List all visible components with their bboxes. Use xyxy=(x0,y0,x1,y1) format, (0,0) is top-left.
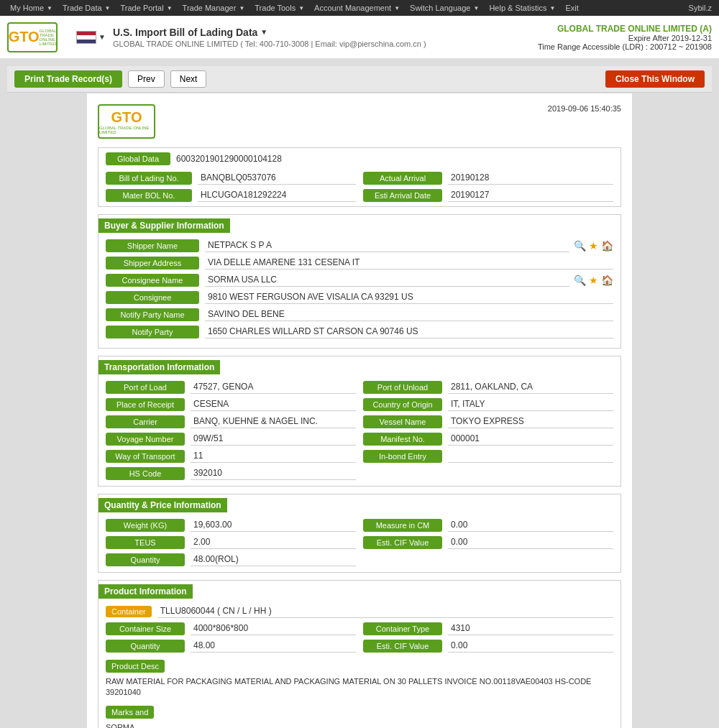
flag-dropdown-icon[interactable]: ▼ xyxy=(99,33,106,41)
logo-area: GTO GLOBAL TRADE ONLINE LIMITED xyxy=(7,22,58,52)
product-cif-label: Esti. CIF Value xyxy=(363,640,442,653)
shipper-address-row: Shipper Address VIA DELLE AMARENE 131 CE… xyxy=(106,256,613,269)
shipper-icons: 🔍 ★ 🏠 xyxy=(574,240,613,252)
close-button-top[interactable]: Close This Window xyxy=(605,70,705,88)
company-name: GLOBAL TRADE ONLINE LIMITED (A) xyxy=(538,24,712,34)
shipper-search-icon[interactable]: 🔍 xyxy=(574,240,586,252)
global-data-value: 6003201901290000104128 xyxy=(176,154,613,164)
nav-my-home[interactable]: My Home ▼ xyxy=(6,0,58,16)
vessel-col: Vessel Name TOKYO EXPRESS xyxy=(363,415,613,428)
nav-trade-tools[interactable]: Trade Tools ▼ xyxy=(250,0,310,16)
notify-party-name-row: Notify Party Name SAVINO DEL BENE xyxy=(106,308,613,321)
title-dropdown-icon[interactable]: ▼ xyxy=(260,28,267,36)
nav-exit[interactable]: Exit xyxy=(561,0,584,16)
document-container: GTO GLOBAL TRADE ONLINE LIMITED 2019-09-… xyxy=(86,93,633,728)
quantity-col: Quantity 48.00(ROL) xyxy=(106,553,356,566)
vessel-label: Vessel Name xyxy=(363,415,442,428)
quantity-value: 48.00(ROL) xyxy=(191,553,356,566)
bol-row: Bill of Lading No. BANQBLQ0537076 Actual… xyxy=(106,171,613,185)
transport-header: Transportation Information xyxy=(99,360,220,374)
doc-logo: GTO GLOBAL TRADE ONLINE LIMITED xyxy=(98,104,155,139)
global-data-row: Global Data 6003201901290000104128 xyxy=(106,152,613,165)
product-desc-label: Product Desc xyxy=(106,660,165,673)
consignee-label: Consignee xyxy=(106,291,199,304)
shipper-home-icon[interactable]: 🏠 xyxy=(601,240,613,252)
way-transport-value: 11 xyxy=(191,449,356,463)
consignee-star-icon[interactable]: ★ xyxy=(589,275,598,286)
port-unload-value: 2811, OAKLAND, CA xyxy=(448,380,613,394)
consignee-value: 9810 WEST FERGUSON AVE VISALIA CA 93291 … xyxy=(205,290,613,304)
prev-button-top[interactable]: Prev xyxy=(128,70,165,88)
marks-block: Marks and SORMA xyxy=(106,702,613,728)
logo-gto: GTO xyxy=(9,29,40,45)
product-cif-col: Esti. CIF Value 0.00 xyxy=(363,639,613,653)
nav-account-management[interactable]: Account Management ▼ xyxy=(310,0,406,16)
time-range: Time Range Accessible (LDR) : 200712 ~ 2… xyxy=(538,42,712,51)
notify-party-row: Notify Party 1650 CHARLES WILLARD ST CAR… xyxy=(106,325,613,338)
hs-code-label: HS Code xyxy=(106,467,185,480)
place-receipt-col: Place of Receipt CESENA xyxy=(106,397,356,411)
carrier-col: Carrier BANQ, KUEHNE & NAGEL INC. xyxy=(106,415,356,428)
esti-arrival-value: 20190127 xyxy=(448,188,613,202)
product-qty-value: 48.00 xyxy=(191,639,356,653)
manifest-label: Manifest No. xyxy=(363,433,442,446)
master-bol-col: Mater BOL No. HLCUGOA181292224 xyxy=(106,188,356,202)
way-transport-col: Way of Transport 11 xyxy=(106,449,356,463)
next-button-top[interactable]: Next xyxy=(170,70,207,88)
print-button-top[interactable]: Print Trade Record(s) xyxy=(14,70,122,88)
nav-help[interactable]: Help & Statistics ▼ xyxy=(485,0,561,16)
header-right-info: GLOBAL TRADE ONLINE LIMITED (A) Expire A… xyxy=(538,24,712,51)
header-title-area: U.S. Import Bill of Lading Data ▼ GLOBAL… xyxy=(113,27,426,48)
shipper-star-icon[interactable]: ★ xyxy=(589,240,598,252)
master-bol-row: Mater BOL No. HLCUGOA181292224 Esti Arri… xyxy=(106,188,613,202)
actual-arrival-label: Actual Arrival xyxy=(363,172,442,185)
quantity-section: Quantity & Price Information Weight (KG)… xyxy=(98,494,621,573)
consignee-row: Consignee 9810 WEST FERGUSON AVE VISALIA… xyxy=(106,290,613,304)
shipper-name-label: Shipper Name xyxy=(106,239,199,252)
teus-label: TEUS xyxy=(106,536,185,549)
in-bond-value xyxy=(448,450,613,463)
place-receipt-label: Place of Receipt xyxy=(106,398,185,411)
main-wrapper: Print Trade Record(s) Prev Next Close Th… xyxy=(0,59,719,728)
transport-section: Transportation Information Port of Load … xyxy=(98,356,621,487)
voyage-value: 09W/51 xyxy=(191,432,356,446)
teus-cif-row: TEUS 2.00 Esti. CIF Value 0.00 xyxy=(106,535,613,549)
nav-trade-manager[interactable]: Trade Manager ▼ xyxy=(178,0,251,16)
port-load-label: Port of Load xyxy=(106,381,185,394)
teus-col: TEUS 2.00 xyxy=(106,535,356,549)
product-header: Product Information xyxy=(99,584,193,599)
consignee-icons: 🔍 ★ 🏠 xyxy=(574,275,613,286)
carrier-value: BANQ, KUEHNE & NAGEL INC. xyxy=(191,415,356,428)
bol-label: Bill of Lading No. xyxy=(106,172,192,185)
user-info: Sybil.z xyxy=(689,4,713,12)
page-title: U.S. Import Bill of Lading Data ▼ xyxy=(113,27,426,38)
shipper-name-row: Shipper Name NETPACK S P A 🔍 ★ 🏠 xyxy=(106,239,613,252)
logo-subtitle: GLOBAL TRADE ONLINE LIMITED xyxy=(40,29,57,46)
master-bol-label: Mater BOL No. xyxy=(106,189,192,202)
consignee-name-value: SORMA USA LLC xyxy=(205,273,569,287)
consignee-home-icon[interactable]: 🏠 xyxy=(601,275,613,286)
product-desc-block: Product Desc RAW MATERIAL FOR PACKAGING … xyxy=(106,656,613,699)
notify-party-label: Notify Party xyxy=(106,326,199,338)
consignee-search-icon[interactable]: 🔍 xyxy=(574,275,586,286)
container-size-col: Container Size 4000*806*800 xyxy=(106,622,356,635)
global-data-section: Global Data 6003201901290000104128 Bill … xyxy=(98,147,621,207)
nav-switch-language[interactable]: Switch Language ▼ xyxy=(406,0,485,16)
container-label: Container xyxy=(106,606,152,617)
nav-trade-portal[interactable]: Trade Portal ▼ xyxy=(116,0,178,16)
buyer-supplier-header: Buyer & Supplier Information xyxy=(99,218,230,233)
country-origin-col: Country of Origin IT, ITALY xyxy=(363,397,613,411)
product-section: Product Information Container TLLU806004… xyxy=(98,580,621,728)
voyage-label: Voyage Number xyxy=(106,433,185,446)
nav-trade-data[interactable]: Trade Data ▼ xyxy=(58,0,116,16)
top-navigation: My Home ▼ Trade Data ▼ Trade Portal ▼ Tr… xyxy=(0,0,719,16)
container-value: TLLU8060044 ( CN / L / HH ) xyxy=(157,604,613,618)
voyage-col: Voyage Number 09W/51 xyxy=(106,432,356,446)
container-type-value: 4310 xyxy=(448,622,613,635)
header-bar: GTO GLOBAL TRADE ONLINE LIMITED ▼ U.S. I… xyxy=(0,16,719,59)
product-qty-label: Quantity xyxy=(106,640,185,653)
container-size-value: 4000*806*800 xyxy=(191,622,356,635)
actual-arrival-col: Actual Arrival 20190128 xyxy=(363,171,613,185)
notify-party-name-label: Notify Party Name xyxy=(106,308,199,321)
logo: GTO GLOBAL TRADE ONLINE LIMITED xyxy=(7,22,58,52)
